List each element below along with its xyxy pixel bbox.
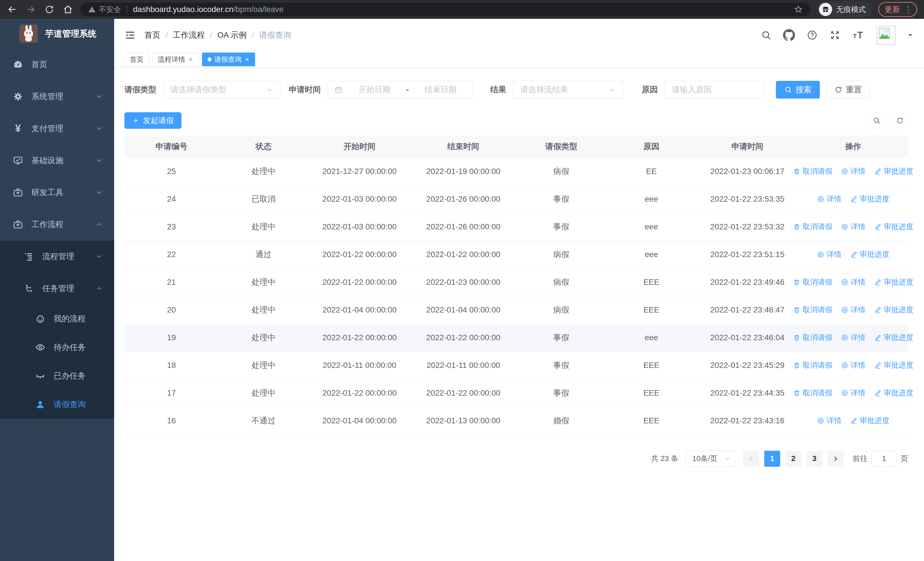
question-icon[interactable] bbox=[806, 29, 818, 41]
toggle-search-button[interactable] bbox=[868, 113, 885, 129]
approval-progress-link[interactable]: 审批进度 bbox=[874, 166, 914, 176]
reset-button[interactable]: 重置 bbox=[826, 81, 870, 99]
detail-link[interactable]: 详情 bbox=[841, 332, 866, 343]
result-select[interactable]: 请选择流结果 bbox=[513, 81, 623, 99]
reason-input[interactable] bbox=[664, 81, 765, 99]
sidebar-item-label: 请假查询 bbox=[54, 399, 86, 410]
approval-progress-link[interactable]: 审批进度 bbox=[850, 416, 890, 426]
url-path: /bpm/oa/leave bbox=[233, 5, 284, 14]
sidebar-item-todo-tasks[interactable]: 待办任务 bbox=[0, 333, 114, 362]
col-end: 结束时间 bbox=[410, 136, 516, 157]
sidebar-item-payment[interactable]: ¥ 支付管理 bbox=[0, 113, 114, 144]
detail-link[interactable]: 详情 bbox=[817, 416, 842, 426]
forward-icon[interactable] bbox=[26, 4, 36, 15]
home-icon[interactable] bbox=[63, 4, 73, 15]
browser-menu-icon[interactable]: ⋮ bbox=[904, 5, 913, 15]
approval-progress-link[interactable]: 审批进度 bbox=[874, 388, 914, 398]
sidebar-item-leave-query[interactable]: 请假查询 bbox=[0, 390, 114, 419]
detail-link[interactable]: 详情 bbox=[841, 277, 866, 287]
approval-progress-link[interactable]: 审批进度 bbox=[874, 332, 914, 343]
table-row: 22通过2022-01-22 00:00:002022-01-22 00:00:… bbox=[124, 241, 908, 268]
approval-progress-link[interactable]: 审批进度 bbox=[874, 222, 914, 232]
caret-down-icon[interactable] bbox=[907, 32, 914, 39]
col-applied: 申请时间 bbox=[697, 136, 798, 157]
sidebar-collapse-icon[interactable] bbox=[124, 29, 136, 41]
prev-page-button[interactable] bbox=[743, 451, 759, 467]
sidebar-item-process-mgmt[interactable]: 流程管理 bbox=[0, 241, 114, 272]
update-button[interactable]: 更新 ⋮ bbox=[878, 2, 917, 17]
sidebar-item-home[interactable]: 首页 bbox=[0, 48, 114, 81]
goto-page-input[interactable] bbox=[872, 451, 897, 467]
star-icon[interactable] bbox=[794, 5, 803, 14]
chevron-up-icon bbox=[95, 221, 103, 228]
approval-progress-link[interactable]: 审批进度 bbox=[874, 305, 914, 315]
app-title: 芋道管理系统 bbox=[45, 28, 96, 40]
search-button[interactable]: 搜索 bbox=[776, 81, 820, 99]
sidebar-item-label: 流程管理 bbox=[42, 251, 74, 262]
sidebar-item-label: 研发工具 bbox=[32, 187, 63, 198]
breadcrumb-oa[interactable]: OA 示例 bbox=[218, 30, 247, 41]
sidebar-item-done-tasks[interactable]: 已办任务 bbox=[0, 362, 114, 390]
security-label[interactable]: 不安全 bbox=[99, 5, 121, 15]
github-icon[interactable] bbox=[783, 29, 795, 41]
detail-link[interactable]: 详情 bbox=[817, 194, 842, 204]
cancel-leave-link[interactable]: 取消请假 bbox=[793, 332, 832, 343]
apply-time-range-picker[interactable]: 开始日期 - 结束日期 bbox=[328, 81, 473, 99]
approval-progress-link[interactable]: 审批进度 bbox=[874, 277, 914, 287]
back-icon[interactable] bbox=[7, 4, 17, 15]
sidebar-item-system[interactable]: 系统管理 bbox=[0, 81, 114, 113]
sidebar-item-workflow[interactable]: 工作流程 bbox=[0, 209, 114, 241]
cancel-leave-link[interactable]: 取消请假 bbox=[793, 388, 832, 398]
approval-progress-link[interactable]: 审批进度 bbox=[850, 250, 890, 259]
reason-label: 原因 bbox=[642, 84, 658, 95]
avatar[interactable] bbox=[877, 26, 896, 45]
breadcrumb-workflow[interactable]: 工作流程 bbox=[173, 30, 205, 41]
detail-link[interactable]: 详情 bbox=[817, 250, 842, 259]
detail-link[interactable]: 详情 bbox=[841, 166, 866, 176]
table-header-row: 申请编号 状态 开始时间 结束时间 请假类型 原因 申请时间 操作 bbox=[124, 136, 908, 157]
page-button-2[interactable]: 2 bbox=[785, 451, 801, 467]
cancel-leave-link[interactable]: 取消请假 bbox=[793, 360, 832, 370]
sidebar-item-devtools[interactable]: 研发工具 bbox=[0, 176, 114, 209]
app-logo-row[interactable]: 芋道管理系统 bbox=[0, 19, 114, 48]
leave-type-select[interactable]: 请选择请假类型 bbox=[163, 81, 280, 99]
face-icon bbox=[34, 314, 47, 323]
sidebar-item-infra[interactable]: 基础设施 bbox=[0, 144, 114, 176]
next-page-button[interactable] bbox=[828, 451, 843, 467]
detail-link[interactable]: 详情 bbox=[841, 360, 866, 370]
gear-icon bbox=[11, 92, 24, 101]
table-row: 19处理中2022-01-22 00:00:002022-01-22 00:00… bbox=[124, 323, 908, 351]
page-button-1[interactable]: 1 bbox=[764, 451, 780, 467]
tab-home[interactable]: 首页 bbox=[124, 53, 149, 66]
tab-process-detail[interactable]: 流程详情 bbox=[152, 53, 199, 66]
breadcrumb-current: 请假查询 bbox=[259, 30, 291, 41]
close-icon[interactable] bbox=[188, 57, 193, 62]
search-icon[interactable] bbox=[761, 30, 772, 41]
approval-progress-link[interactable]: 审批进度 bbox=[850, 194, 890, 204]
breadcrumb-home[interactable]: 首页 bbox=[144, 30, 160, 41]
text-size-icon[interactable]: TT bbox=[852, 29, 865, 41]
incognito-badge: 无痕模式 bbox=[817, 2, 872, 17]
fullscreen-icon[interactable] bbox=[829, 29, 841, 41]
reload-icon[interactable] bbox=[45, 5, 54, 14]
approval-progress-link[interactable]: 审批进度 bbox=[874, 360, 914, 370]
close-icon[interactable] bbox=[244, 57, 250, 62]
detail-link[interactable]: 详情 bbox=[841, 388, 866, 398]
cancel-leave-link[interactable]: 取消请假 bbox=[793, 222, 832, 232]
tree-icon bbox=[22, 284, 35, 293]
cancel-leave-link[interactable]: 取消请假 bbox=[793, 166, 832, 176]
sidebar: 芋道管理系统 首页 系统管理 ¥ 支付管理 基础设施 研发工具 工作 bbox=[0, 19, 114, 561]
page-button-3[interactable]: 3 bbox=[806, 451, 822, 467]
cancel-leave-link[interactable]: 取消请假 bbox=[793, 305, 832, 315]
sidebar-item-task-mgmt[interactable]: 任务管理 bbox=[0, 272, 114, 304]
detail-link[interactable]: 详情 bbox=[841, 305, 866, 315]
refresh-table-button[interactable] bbox=[892, 113, 908, 129]
cancel-leave-link[interactable]: 取消请假 bbox=[793, 277, 832, 287]
create-leave-button[interactable]: 发起请假 bbox=[124, 112, 182, 129]
sidebar-item-my-process[interactable]: 我的流程 bbox=[0, 304, 114, 333]
tab-leave-query[interactable]: 请假查询 bbox=[202, 53, 255, 66]
url-bar[interactable]: 不安全 dashboard.yudao.iocoder.cn /bpm/oa/l… bbox=[81, 3, 810, 16]
detail-link[interactable]: 详情 bbox=[841, 222, 866, 232]
page-size-select[interactable]: 10条/页 bbox=[686, 451, 736, 467]
incognito-icon bbox=[819, 3, 832, 16]
